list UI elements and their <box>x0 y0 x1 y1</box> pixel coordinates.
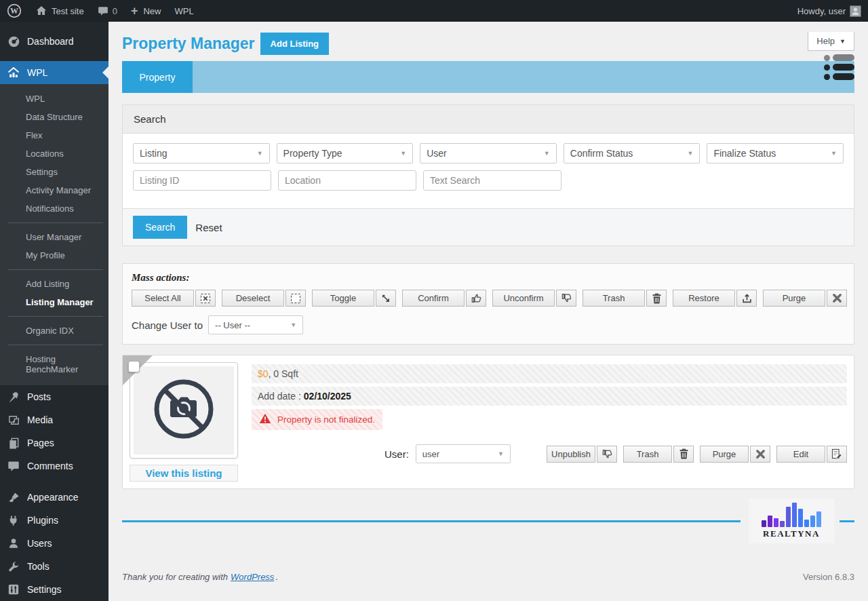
restore-upload-icon[interactable] <box>736 290 757 307</box>
deselect-button[interactable]: Deselect <box>222 290 284 307</box>
wpl-house-icon <box>7 66 20 79</box>
thumbs-up-icon[interactable] <box>466 290 486 307</box>
sidebar-sub-flex[interactable]: Flex <box>0 126 108 144</box>
sidebar-sub-notifications[interactable]: Notifications <box>0 199 108 218</box>
trash-button[interactable]: Trash <box>583 290 645 307</box>
sidebar-sub-listing-manager[interactable]: Listing Manager <box>0 293 108 311</box>
thumbs-down-icon[interactable] <box>556 290 576 307</box>
tab-property[interactable]: Property <box>122 61 193 93</box>
row-purge-button[interactable]: Purge <box>700 446 749 463</box>
sidebar-item-dashboard[interactable]: Dashboard <box>0 30 108 53</box>
user-label: User: <box>384 448 409 460</box>
user-select[interactable]: User▼ <box>420 143 557 163</box>
select-all-button[interactable]: Select All <box>132 290 194 307</box>
page-header: Property Manager Add Listing <box>122 31 854 56</box>
toggle-button[interactable]: Toggle <box>312 290 374 307</box>
sidebar-item-comments[interactable]: Comments <box>0 454 108 478</box>
comments-shortcut[interactable]: 0 <box>91 0 124 22</box>
finalize-status-select[interactable]: Finalize Status▼ <box>707 143 844 163</box>
list-row-icon <box>824 73 854 80</box>
page-footer: Thank you for creating withWordPress. Ve… <box>122 572 854 582</box>
divider-line <box>122 520 741 522</box>
sidebar-item-plugins[interactable]: Plugins <box>0 509 108 532</box>
sidebar: Dashboard WPL WPL Data Structure Flex Lo… <box>0 22 108 601</box>
edit-document-icon[interactable] <box>827 446 847 463</box>
property-type-select[interactable]: Property Type▼ <box>277 143 414 163</box>
realtyna-wordmark: REALTYNA <box>763 528 820 539</box>
version-text: Version 6.8.3 <box>803 572 854 582</box>
sidebar-item-media[interactable]: Media <box>0 408 108 431</box>
sidebar-sub-add-listing[interactable]: Add Listing <box>0 275 108 293</box>
sidebar-sub-locations[interactable]: Locations <box>0 144 108 163</box>
toggle-group: Toggle <box>312 290 396 307</box>
unpublish-group: Unpublish <box>547 446 617 463</box>
unconfirm-button[interactable]: Unconfirm <box>492 290 555 307</box>
screen-options-icon[interactable] <box>824 54 854 80</box>
view-this-listing-button[interactable]: View this listing <box>130 465 238 482</box>
howdy-menu[interactable]: Howdy, user <box>791 0 868 22</box>
avatar <box>850 5 861 17</box>
wordpress-link[interactable]: WordPress <box>231 572 274 582</box>
plugins-label: Plugins <box>27 515 58 526</box>
restore-button[interactable]: Restore <box>673 290 735 307</box>
deselect-icon[interactable] <box>285 290 306 307</box>
search-button[interactable]: Search <box>133 216 187 239</box>
sidebar-sub-settings[interactable]: Settings <box>0 163 108 181</box>
sidebar-sub-hosting-benchmarker[interactable]: Hosting BenchMarker <box>0 350 108 379</box>
listing-select[interactable]: Listing▼ <box>133 143 270 163</box>
change-user-select[interactable]: -- User -- ▼ <box>208 315 303 334</box>
thumbs-down-icon[interactable] <box>597 446 617 463</box>
sidebar-item-posts[interactable]: Posts <box>0 385 108 408</box>
purge-button[interactable]: Purge <box>763 290 825 307</box>
sidebar-item-users[interactable]: Users <box>0 532 108 555</box>
sidebar-sub-wpl[interactable]: WPL <box>0 90 108 108</box>
help-dropdown[interactable]: Help ▼ <box>808 32 854 51</box>
sidebar-sub-user-manager[interactable]: User Manager <box>0 228 108 246</box>
help-label: Help <box>816 36 835 46</box>
search-panel-body: Listing▼ Property Type▼ User▼ Confirm St… <box>123 134 854 208</box>
confirm-group: Confirm <box>402 290 486 307</box>
x-cross-icon[interactable] <box>750 446 770 463</box>
trash-icon[interactable] <box>646 290 667 307</box>
edit-button[interactable]: Edit <box>776 446 825 463</box>
mass-actions-buttons: Select All Deselect Toggle Confirm <box>132 290 845 307</box>
confirm-status-select[interactable]: Confirm Status▼ <box>564 143 701 163</box>
listing-user-select[interactable]: user ▼ <box>416 444 511 463</box>
listing-row: View this listing $0, 0 Sqft Add date :0… <box>122 355 854 489</box>
sidebar-item-pages[interactable]: Pages <box>0 431 108 454</box>
page-title: Property Manager <box>122 35 255 53</box>
sidebar-sub-organic-idx[interactable]: Organic IDX <box>0 322 108 340</box>
sidebar-sub-activity-manager[interactable]: Activity Manager <box>0 181 108 199</box>
chevron-down-icon: ▼ <box>498 450 504 457</box>
user-select-value: User <box>427 148 447 159</box>
sidebar-item-tools[interactable]: Tools <box>0 555 108 578</box>
sidebar-item-appearance[interactable]: Appearance <box>0 486 108 509</box>
main-content: Help ▼ Property Manager Add Listing Prop… <box>108 31 868 601</box>
unpublish-button[interactable]: Unpublish <box>547 446 595 463</box>
text-search-input[interactable] <box>423 170 561 191</box>
listing-checkbox[interactable] <box>128 361 140 372</box>
new-menu[interactable]: + New <box>124 0 168 22</box>
warning-text: Property is not finalized. <box>277 414 375 425</box>
sidebar-item-settings[interactable]: Settings <box>0 578 108 601</box>
submenu-separator <box>8 316 103 317</box>
sidebar-sub-my-profile[interactable]: My Profile <box>0 246 108 265</box>
location-input[interactable] <box>278 170 416 191</box>
toggle-arrow-icon[interactable] <box>376 290 396 307</box>
reset-button[interactable]: Reset <box>195 222 222 233</box>
row-trash-button[interactable]: Trash <box>623 446 672 463</box>
no-photo-icon <box>151 376 216 444</box>
trash-icon[interactable] <box>673 446 694 463</box>
sidebar-item-wpl[interactable]: WPL <box>0 61 108 84</box>
wp-logo-menu[interactable]: W <box>0 0 28 22</box>
site-name-menu[interactable]: Test site <box>28 0 91 22</box>
confirm-button[interactable]: Confirm <box>402 290 465 307</box>
x-cross-icon[interactable] <box>827 290 847 307</box>
listing-id-input[interactable] <box>133 170 271 191</box>
select-all-icon[interactable] <box>195 290 216 307</box>
add-date-value: 02/10/2025 <box>304 391 351 402</box>
comments-count: 0 <box>113 6 117 16</box>
add-listing-button[interactable]: Add Listing <box>260 33 330 55</box>
wpl-shortcut[interactable]: WPL <box>167 0 200 22</box>
sidebar-sub-data-structure[interactable]: Data Structure <box>0 108 108 126</box>
